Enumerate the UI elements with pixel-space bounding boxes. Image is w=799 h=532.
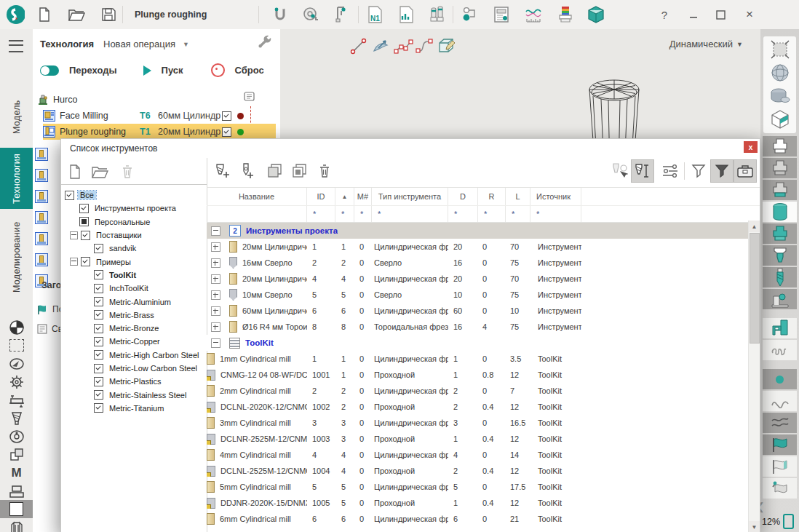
library-checkbox[interactable] [94, 270, 103, 279]
copy-tool-icon[interactable] [266, 162, 284, 180]
filter-name[interactable] [207, 206, 307, 222]
table-row[interactable]: 2mm Cylindrical mill 2 2 0 Цилиндрическа… [207, 383, 760, 399]
calculator-icon[interactable] [492, 5, 511, 24]
table-row[interactable]: 2 Инструменты проекта [207, 223, 760, 239]
graphs-icon[interactable] [524, 5, 543, 24]
table-row[interactable]: 4mm Cylindrical mill 4 4 0 Цилиндрическа… [207, 447, 760, 463]
properties-doc-item[interactable]: Св [37, 324, 63, 334]
part-shaded-icon[interactable] [763, 158, 797, 178]
library-checkbox[interactable] [81, 257, 90, 266]
table-row[interactable]: ToolKit [207, 335, 760, 351]
library-checkbox[interactable] [94, 284, 103, 293]
table-row[interactable]: DDJNR-2020K-15/DNMX-15 0… 1005 5 0 Прохо… [207, 495, 760, 511]
machining-scheme-icon[interactable] [460, 5, 479, 24]
table-row[interactable]: DCLNR-2525M-12/CNMG-12 … 1003 3 0 Проход… [207, 431, 760, 447]
scroll-up-icon[interactable]: ▲ [749, 221, 760, 232]
table-row[interactable]: 3mm Cylindrical mill 3 3 0 Цилиндрическа… [207, 415, 760, 431]
close-button[interactable]: × [739, 4, 760, 25]
flag-outline-icon[interactable] [763, 456, 797, 477]
delete-tool-icon[interactable] [316, 162, 333, 180]
table-row[interactable]: DCLNL-2525M-12/CNMG-12 … 1004 4 0 Проход… [207, 463, 760, 479]
library-tree-item[interactable]: Поставщики [61, 229, 207, 242]
table-row[interactable]: 1mm Cylindrical mill 1 1 0 Цилиндрическа… [207, 351, 760, 367]
select-region-icon[interactable] [0, 336, 33, 354]
library-checkbox[interactable] [94, 403, 103, 413]
navigate-icon[interactable] [0, 354, 33, 373]
toolpath-hatch-icon[interactable] [763, 340, 797, 360]
press-icon[interactable] [0, 482, 33, 500]
col-sort[interactable]: ▲ [335, 188, 354, 205]
filter-id[interactable]: * [307, 206, 335, 222]
machined-part-icon[interactable] [763, 223, 797, 244]
library-checkbox[interactable] [94, 310, 103, 319]
curve-icon[interactable] [763, 391, 797, 411]
operation-icon[interactable] [35, 169, 48, 182]
remaining-stock-icon[interactable] [763, 245, 797, 266]
filter-r[interactable]: * [478, 206, 506, 222]
library-tree-item[interactable]: ToolKit [61, 269, 207, 282]
filter-apply-toggle[interactable] [710, 159, 734, 183]
filter-d[interactable]: * [448, 206, 478, 222]
library-tree-item[interactable]: Metric-Bronze [61, 322, 207, 335]
open-library-icon[interactable] [90, 162, 109, 181]
flag-filled-icon[interactable] [763, 434, 797, 455]
scroll-down-icon[interactable]: ▼ [749, 521, 760, 532]
blank-square-icon[interactable] [0, 500, 33, 518]
new-library-icon[interactable] [65, 162, 84, 181]
col-name[interactable]: Название [207, 188, 307, 205]
filter-type[interactable]: * [372, 206, 448, 222]
reset-icon[interactable] [211, 63, 225, 77]
library-checkbox[interactable] [94, 337, 103, 346]
library-checkbox[interactable] [65, 191, 74, 200]
operation-icon[interactable] [35, 253, 48, 266]
row-expander-icon[interactable] [211, 290, 220, 300]
duplicate-tool-icon[interactable] [291, 162, 309, 180]
structure-icon[interactable] [0, 518, 33, 532]
open-project-icon[interactable] [67, 5, 86, 24]
part-outline-icon[interactable] [763, 136, 797, 156]
row-expander-icon[interactable] [211, 258, 220, 268]
library-tree-item[interactable]: sandvik [61, 242, 207, 255]
run-label[interactable]: Пуск [162, 65, 183, 76]
scrollbar-thumb[interactable] [750, 233, 760, 344]
col-d[interactable]: D [448, 188, 478, 205]
machine-view-icon[interactable] [763, 318, 797, 338]
solids-icon[interactable] [0, 445, 33, 464]
library-checkbox[interactable] [79, 204, 89, 213]
library-tree-item[interactable]: Metric-Copper [61, 335, 207, 348]
library-checkbox[interactable] [94, 297, 103, 306]
tool-cone-icon[interactable] [0, 409, 33, 427]
operation-checkbox[interactable] [222, 127, 231, 137]
col-m[interactable]: M# [354, 188, 372, 205]
library-checkbox[interactable] [94, 350, 103, 360]
row-expander-icon[interactable] [211, 322, 220, 332]
table-row[interactable]: DCLNL-2020K-12/CNMG-12 0… 1002 2 0 Прохо… [207, 399, 760, 415]
library-tree-item[interactable]: Персональные [61, 215, 207, 229]
filter-sort[interactable]: * [335, 206, 354, 222]
operation-row-face-milling[interactable]: Face Milling T6 60мм Цилиндр [43, 108, 276, 124]
nc-program-icon[interactable]: N1 [365, 5, 384, 24]
library-tree-item[interactable]: Metric-Stainless Steel [61, 388, 207, 401]
simulation-icon[interactable] [587, 5, 605, 24]
tab-technology[interactable]: Технология [0, 148, 33, 209]
operation-row-plunge-roughing[interactable]: Plunge roughing T1 20мм Цилиндр [43, 124, 276, 140]
reset-label[interactable]: Сброс [235, 65, 264, 76]
library-checkbox[interactable] [94, 390, 103, 400]
run-icon[interactable] [143, 65, 151, 76]
col-type[interactable]: Тип инструмента [372, 188, 448, 205]
fit-extents-icon[interactable] [763, 39, 797, 60]
magnet-snap-icon[interactable] [271, 5, 290, 24]
setup-wrench-icon[interactable] [257, 35, 273, 51]
library-checkbox[interactable] [79, 217, 89, 226]
iso-view-cube-icon[interactable] [763, 109, 797, 130]
save-project-icon[interactable] [99, 5, 118, 24]
filter-m[interactable]: * [354, 206, 372, 222]
row-expander-icon[interactable] [211, 274, 220, 284]
col-source[interactable]: Источник [530, 188, 581, 205]
measure-tape-icon[interactable] [301, 5, 320, 24]
library-checkbox[interactable] [94, 364, 103, 373]
drill-bit-icon[interactable] [763, 267, 797, 287]
dial-icon[interactable] [0, 427, 33, 445]
filter-clear-icon[interactable] [690, 162, 707, 180]
operation-icon[interactable] [35, 190, 48, 203]
